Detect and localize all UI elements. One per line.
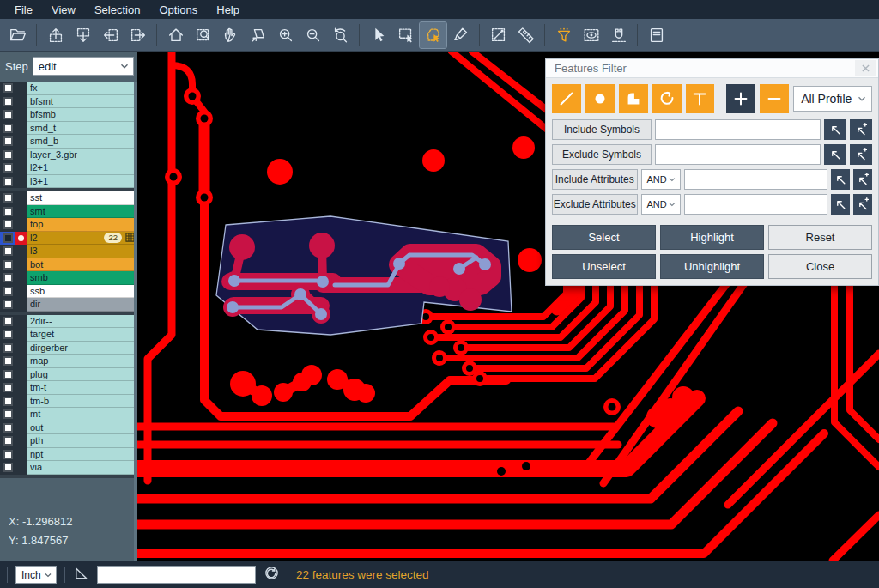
layer-row[interactable]: plug — [0, 368, 137, 382]
layer-visibility-checkbox[interactable] — [0, 461, 15, 475]
zoom-window-button[interactable] — [190, 22, 216, 48]
unit-select[interactable]: Inch — [15, 566, 57, 584]
pick-attribute-button[interactable] — [831, 194, 850, 215]
layer-visibility-checkbox[interactable] — [0, 315, 15, 329]
layers-panel-button[interactable] — [643, 22, 670, 48]
include-attributes-button[interactable]: Include Attributes — [552, 169, 638, 190]
layer-visibility-checkbox[interactable] — [0, 368, 15, 382]
pan-down-button[interactable] — [70, 22, 96, 48]
pick-symbol-button[interactable] — [824, 119, 846, 140]
layer-row[interactable]: tm-t — [0, 381, 137, 395]
layer-row[interactable]: bfsmt — [0, 95, 137, 109]
filter-pad-button[interactable] — [585, 84, 615, 113]
layer-visibility-checkbox[interactable] — [0, 245, 15, 258]
brush-select-button[interactable] — [447, 22, 474, 48]
filter-add-button[interactable] — [726, 84, 755, 113]
layer-visibility-checkbox[interactable] — [0, 191, 15, 205]
pcb-canvas[interactable]: Features Filter Al — [137, 52, 879, 561]
unhighlight-button[interactable]: Unhighlight — [660, 254, 764, 279]
reset-button[interactable]: Reset — [768, 225, 872, 250]
exclude-symbols-input[interactable] — [655, 144, 821, 165]
layer-visibility-checkbox[interactable] — [0, 395, 15, 409]
filter-arc-button[interactable] — [652, 84, 682, 113]
layer-row[interactable]: ssb — [0, 285, 137, 299]
layer-visibility-checkbox[interactable] — [0, 271, 15, 285]
pan-hand-button[interactable] — [217, 22, 244, 48]
filter-text-button[interactable] — [686, 84, 715, 113]
layer-visibility-checkbox[interactable] — [0, 122, 15, 136]
layer-visibility-checkbox[interactable] — [0, 408, 15, 421]
layer-visibility-checkbox[interactable] — [0, 342, 15, 355]
include-attributes-input[interactable] — [684, 169, 827, 190]
move-view-button[interactable] — [245, 22, 271, 48]
layer-visibility-checkbox[interactable] — [0, 205, 15, 219]
layer-visibility-checkbox[interactable] — [0, 149, 15, 162]
layer-row[interactable]: 2dir-- — [0, 315, 137, 329]
close-button[interactable]: Close — [768, 254, 872, 279]
layer-row[interactable]: mt — [0, 408, 137, 421]
layer-row[interactable]: pth — [0, 434, 137, 448]
layer-row[interactable]: l2+1 — [0, 161, 137, 175]
layer-row[interactable]: bfsmb — [0, 108, 137, 122]
layer-row[interactable]: smd_b — [0, 135, 137, 149]
exclude-attributes-button[interactable]: Exclude Attributes — [552, 194, 638, 215]
layer-visibility-checkbox[interactable] — [0, 108, 15, 122]
snap-magnet-button[interactable] — [605, 22, 632, 48]
unselect-button[interactable]: Unselect — [552, 254, 656, 279]
layer-visibility-checkbox[interactable] — [0, 258, 15, 272]
layer-visibility-checkbox[interactable] — [0, 298, 15, 312]
layer-row[interactable]: sst — [0, 191, 137, 205]
zoom-in-button[interactable] — [272, 22, 299, 48]
layer-visibility-checkbox[interactable] — [0, 95, 15, 109]
layer-row[interactable]: l3+1 — [0, 175, 137, 189]
include-symbols-button[interactable]: Include Symbols — [552, 119, 652, 140]
filter-surface-button[interactable] — [619, 84, 648, 113]
layer-row[interactable]: l3 — [0, 245, 137, 258]
layer-visibility-checkbox[interactable] — [0, 421, 15, 435]
menu-file[interactable]: File — [7, 2, 40, 18]
layer-visibility-checkbox[interactable] — [0, 328, 15, 342]
menu-help[interactable]: Help — [209, 2, 247, 18]
measure-line-button[interactable] — [485, 22, 512, 48]
layer-row[interactable]: l2 22 — [0, 232, 137, 246]
layer-visibility-checkbox[interactable] — [0, 434, 15, 448]
layer-row[interactable]: out — [0, 421, 137, 435]
layer-row[interactable]: top — [0, 218, 137, 232]
layer-visibility-checkbox[interactable] — [0, 381, 15, 395]
pick-add-attribute-button[interactable] — [853, 169, 872, 190]
pick-add-symbol-button[interactable] — [850, 119, 872, 140]
layer-row[interactable]: fx — [0, 82, 137, 95]
pick-attribute-button[interactable] — [831, 169, 850, 190]
layer-visibility-checkbox[interactable] — [0, 218, 15, 232]
pan-right-button[interactable] — [124, 22, 151, 48]
exclude-attributes-operator-select[interactable]: AND — [641, 194, 681, 215]
rect-select-button[interactable] — [392, 22, 419, 48]
layer-visibility-checkbox[interactable] — [0, 448, 15, 462]
zoom-out-button[interactable] — [300, 22, 326, 48]
features-filter-button[interactable] — [550, 22, 577, 48]
filter-remove-button[interactable] — [760, 84, 789, 113]
pick-add-symbol-button[interactable] — [850, 144, 872, 165]
include-attributes-operator-select[interactable]: AND — [641, 169, 681, 190]
layer-row[interactable]: tm-b — [0, 395, 137, 409]
corner-angle-button[interactable] — [73, 565, 89, 585]
include-symbols-input[interactable] — [655, 119, 821, 140]
menu-selection[interactable]: Selection — [87, 2, 148, 18]
layer-visibility-checkbox[interactable] — [0, 82, 15, 95]
profile-select[interactable]: All Profile — [793, 86, 872, 112]
select-button[interactable]: Select — [552, 225, 656, 250]
layer-row[interactable]: dir — [0, 298, 137, 312]
dialog-titlebar[interactable]: Features Filter — [546, 59, 878, 78]
layer-visibility-checkbox[interactable] — [0, 232, 15, 246]
measure-ruler-button[interactable] — [512, 22, 539, 48]
view-options-button[interactable] — [578, 22, 604, 48]
menu-options[interactable]: Options — [151, 2, 205, 18]
polygon-select-button[interactable] — [420, 22, 446, 48]
layer-row[interactable]: dirgerber — [0, 342, 137, 355]
dialog-close-button[interactable] — [855, 60, 876, 76]
command-input[interactable] — [97, 566, 256, 584]
menu-view[interactable]: View — [44, 2, 83, 18]
layer-visibility-checkbox[interactable] — [0, 175, 15, 189]
open-button[interactable] — [4, 22, 31, 48]
pick-symbol-button[interactable] — [824, 144, 846, 165]
